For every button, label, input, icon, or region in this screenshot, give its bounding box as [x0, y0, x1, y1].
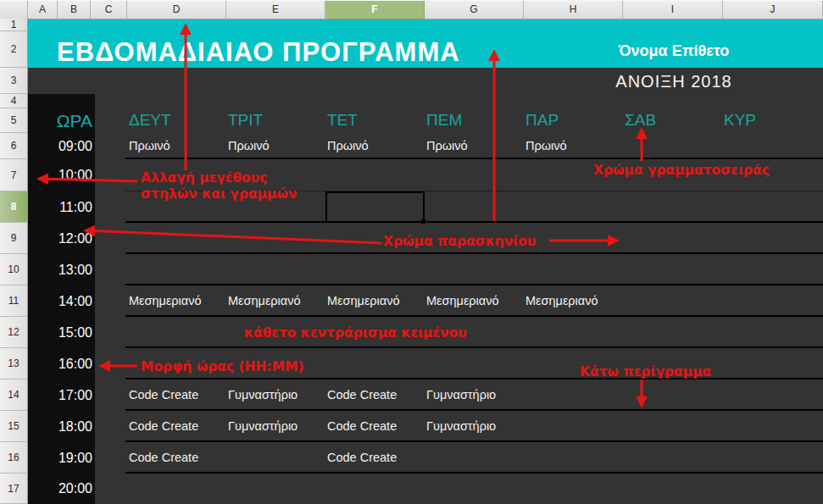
day-header-5[interactable]: ΠΑΡ: [525, 108, 559, 133]
row-header-16[interactable]: 16: [0, 442, 28, 474]
row-header-15[interactable]: 15: [0, 411, 28, 442]
time-cell-1500[interactable]: 15:00: [28, 317, 92, 348]
schedule-cell[interactable]: Πρωινό: [327, 133, 369, 158]
season-cell[interactable]: ΑΝΟΙΞΗ 2018: [602, 72, 746, 91]
time-cell-1700[interactable]: 17:00: [28, 379, 92, 411]
time-cell-1600[interactable]: 16:00: [28, 348, 92, 379]
column-header-B[interactable]: B: [58, 1, 91, 19]
column-header-I[interactable]: I: [623, 1, 723, 19]
column-header-J[interactable]: J: [723, 1, 823, 19]
row-header-11[interactable]: 11: [0, 285, 28, 317]
schedule-cell[interactable]: Πρωινό: [525, 133, 567, 158]
schedule-cell[interactable]: Γυμναστήριο: [426, 411, 496, 440]
annotation-resize[interactable]: Αλλαγή μεγέθους στηλών και γραμμών: [141, 170, 297, 202]
annotation-bottom-border[interactable]: Κάτω περίγραμμα: [580, 364, 711, 380]
column-header-F[interactable]: F: [325, 1, 425, 19]
schedule-cell[interactable]: Πρωινό: [129, 133, 170, 158]
schedule-cell[interactable]: Γυμναστήριο: [228, 379, 298, 409]
calc-window: ΕΒΔΟΜΑΔΙΑΙΑΟ ΠΡΟΓΡΑΜΜΑ Όνομα Επίθετο ΑΝΟ…: [0, 0, 823, 504]
day-header-3[interactable]: ΤΕΤ: [327, 108, 358, 133]
annotation-resize-line1: Αλλαγή μεγέθους: [141, 170, 297, 186]
time-cell-1200[interactable]: 12:00: [28, 223, 92, 254]
row-header-9[interactable]: 9: [0, 223, 28, 254]
column-header-D[interactable]: D: [127, 1, 226, 19]
schedule-cell[interactable]: Μεσημεριανό: [525, 285, 598, 315]
row-header-2[interactable]: 2: [0, 31, 28, 68]
schedule-row: Code CreateCode Create: [125, 442, 823, 474]
column-header-E[interactable]: E: [226, 1, 325, 19]
time-column-header[interactable]: ΩΡΑ: [28, 108, 92, 133]
annotation-time-format[interactable]: Μορφή ώρας (ΗΗ:ΜΜ): [141, 359, 304, 375]
time-cell-0900[interactable]: 09:00: [28, 133, 92, 159]
row-header-3[interactable]: 3: [0, 68, 28, 94]
day-header-6[interactable]: ΣΑΒ: [625, 108, 656, 133]
row-header-5[interactable]: 5: [0, 108, 28, 133]
schedule-cell[interactable]: Γυμναστήριο: [228, 411, 298, 440]
row-header-17[interactable]: 17: [0, 474, 28, 504]
time-cell-1400[interactable]: 14:00: [28, 285, 92, 317]
schedule-row: [125, 254, 823, 285]
time-cell-2000[interactable]: 20:00: [28, 474, 92, 504]
annotation-background[interactable]: Χρώμα παρασκηνίου: [383, 234, 536, 250]
row-header-6[interactable]: 6: [0, 133, 28, 159]
schedule-cell[interactable]: Πρωινό: [426, 133, 468, 158]
column-header-C[interactable]: C: [91, 1, 127, 19]
time-cell-1000[interactable]: 10:00: [28, 159, 92, 191]
time-cell-1100[interactable]: 11:00: [28, 191, 92, 223]
time-cell-1900[interactable]: 19:00: [28, 442, 92, 474]
schedule-cell[interactable]: Code Create: [129, 411, 198, 440]
page-title[interactable]: ΕΒΔΟΜΑΔΙΑΙΑΟ ΠΡΟΓΡΑΜΜΑ: [57, 37, 460, 68]
schedule-cell[interactable]: Μεσημεριανό: [426, 285, 499, 315]
schedule-cell[interactable]: Code Create: [129, 442, 198, 472]
day-header-row: ΔΕΥΤΤΡΙΤΤΕΤΠΕΜΠΑΡΣΑΒΚΥΡ: [125, 108, 823, 133]
column-header-strip: ABCDEFGHIJ: [0, 0, 823, 19]
schedule-cell[interactable]: Code Create: [327, 411, 397, 440]
column-header-A[interactable]: A: [28, 1, 58, 19]
row-header-10[interactable]: 10: [0, 254, 28, 285]
row-header-1[interactable]: 1: [0, 19, 28, 31]
annotation-vertical-center[interactable]: κάθετο κεντράρισμα κειμένου: [244, 325, 467, 341]
schedule-cell[interactable]: Πρωινό: [228, 133, 270, 158]
day-header-4[interactable]: ΠΕΜ: [426, 108, 462, 133]
schedule-cell[interactable]: Code Create: [129, 379, 198, 409]
schedule-row: ΠρωινόΠρωινόΠρωινόΠρωινόΠρωινό: [125, 133, 823, 159]
schedule-cell[interactable]: Μεσημεριανό: [228, 285, 301, 315]
schedule-cell[interactable]: Μεσημεριανό: [129, 285, 202, 315]
day-header-7[interactable]: ΚΥΡ: [724, 108, 756, 133]
schedule-cell[interactable]: Code Create: [327, 379, 397, 409]
schedule-row: Code CreateΓυμναστήριοCode CreateΓυμναστ…: [125, 379, 823, 411]
schedule-row: [125, 317, 823, 348]
schedule-cell[interactable]: Μεσημεριανό: [327, 285, 400, 315]
time-cell-1300[interactable]: 13:00: [28, 254, 92, 285]
row-header-7[interactable]: 7: [0, 159, 28, 191]
row-header-8[interactable]: 8: [0, 191, 28, 223]
row-header-4[interactable]: 4: [0, 94, 28, 108]
day-header-1[interactable]: ΔΕΥΤ: [129, 108, 171, 133]
annotation-resize-line2: στηλών και γραμμών: [141, 186, 297, 202]
schedule-cell[interactable]: Γυμναστήριο: [426, 379, 496, 409]
selected-cell-cursor[interactable]: [325, 191, 425, 223]
select-all-corner[interactable]: [0, 1, 28, 19]
fill-handle[interactable]: [421, 219, 425, 224]
row-header-12[interactable]: 12: [0, 317, 28, 348]
row-header-13[interactable]: 13: [0, 348, 28, 379]
schedule-row: [125, 474, 823, 504]
day-header-2[interactable]: ΤΡΙΤ: [228, 108, 263, 133]
column-header-G[interactable]: G: [425, 1, 524, 19]
annotation-font-color[interactable]: Χρώμα γραμματοσειράς: [593, 163, 770, 179]
row-header-strip: 1234567891011121314151617: [0, 19, 28, 504]
schedule-row: ΜεσημεριανόΜεσημεριανόΜεσημεριανόΜεσημερ…: [125, 285, 823, 317]
row-header-14[interactable]: 14: [0, 379, 28, 411]
schedule-cell[interactable]: Code Create: [327, 442, 397, 472]
schedule-row: Code CreateΓυμναστήριοCode CreateΓυμναστ…: [125, 411, 823, 442]
column-header-H[interactable]: H: [524, 1, 623, 19]
time-cell-1800[interactable]: 18:00: [28, 411, 92, 442]
owner-name-cell[interactable]: Όνομα Επίθετο: [602, 42, 746, 60]
